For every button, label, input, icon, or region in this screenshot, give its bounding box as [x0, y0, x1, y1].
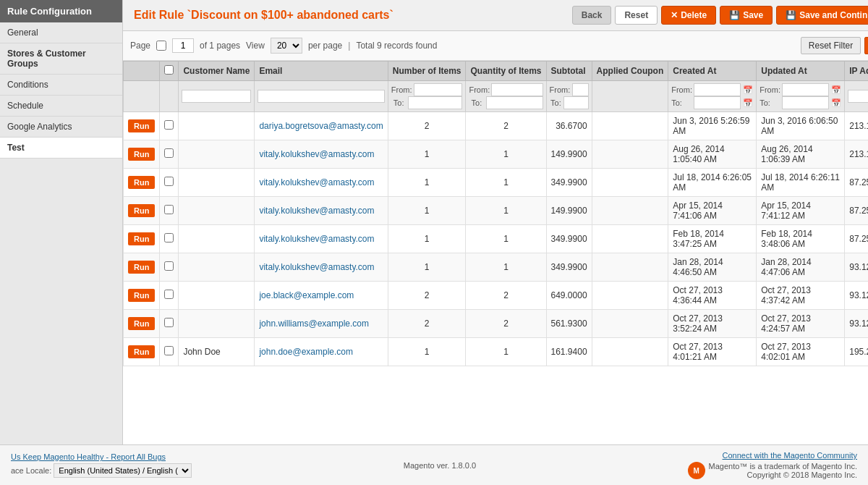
row-email: vitaly.kolukshev@amasty.com [255, 140, 388, 169]
filter-created-to-input[interactable] [694, 96, 741, 109]
filter-customer-name-input[interactable] [182, 90, 251, 103]
run-button[interactable]: Run [128, 289, 155, 302]
run-button[interactable]: Run [128, 232, 155, 245]
row-number-items: 2 [388, 310, 466, 338]
locale-select[interactable]: English (United States) / English ( [54, 463, 192, 478]
community-link[interactable]: Connect with the Magento Community [723, 451, 857, 460]
sidebar-item-test[interactable]: Test [0, 138, 122, 159]
row-ip-address: 93.125.18.184 [845, 310, 868, 338]
main-area: Rule Configuration General Stores & Cust… [0, 0, 868, 444]
email-link[interactable]: vitaly.kolukshev@amasty.com [259, 234, 374, 244]
email-link[interactable]: john.williams@example.com [259, 319, 369, 329]
row-email: vitaly.kolukshev@amasty.com [255, 225, 388, 253]
row-updated-at: Feb 18, 2014 3:48:06 AM [757, 225, 845, 253]
row-customer-name [179, 169, 255, 197]
email-link[interactable]: vitaly.kolukshev@amasty.com [259, 206, 374, 216]
page-checkbox[interactable] [156, 41, 166, 51]
row-subtotal: 349.9900 [546, 225, 592, 253]
run-button[interactable]: Run [128, 176, 155, 189]
row-checkbox[interactable] [164, 233, 174, 242]
page-title: Edit Rule `Discount on $100+ abandoned c… [134, 9, 393, 22]
filter-updated-to-label: To: [760, 98, 780, 107]
page-input[interactable] [172, 38, 194, 53]
row-applied-coupon [592, 253, 668, 282]
filter-email-input[interactable] [258, 90, 384, 103]
email-link[interactable]: vitaly.kolukshev@amasty.com [259, 149, 374, 159]
calendar-created-to-icon[interactable]: 📅 [743, 98, 753, 108]
calendar-updated-from-icon[interactable]: 📅 [831, 85, 841, 95]
run-button[interactable]: Run [128, 119, 155, 132]
row-email: john.doe@example.com [255, 338, 388, 366]
table-row: Run vitaly.kolukshev@amasty.com 1 1 349.… [124, 225, 869, 253]
filter-ip-input[interactable] [848, 90, 868, 103]
back-button[interactable]: Back [572, 6, 612, 25]
run-button[interactable]: Run [128, 317, 155, 330]
row-checkbox[interactable] [164, 205, 174, 214]
row-action-cell: Run [124, 338, 160, 366]
row-updated-at: Oct 27, 2013 4:37:42 AM [757, 282, 845, 310]
run-button[interactable]: Run [128, 345, 155, 358]
row-subtotal: 149.9900 [546, 197, 592, 225]
run-button[interactable]: Run [128, 261, 155, 274]
email-link[interactable]: john.doe@example.com [259, 347, 353, 357]
filter-updated-from-input[interactable] [782, 83, 829, 96]
sidebar-item-conditions[interactable]: Conditions [0, 75, 122, 96]
email-link[interactable]: vitaly.kolukshev@amasty.com [259, 177, 374, 187]
sidebar-item-stores-customer-groups[interactable]: Stores & Customer Groups [0, 43, 122, 75]
trademark-line: Magento™ is a trademark of Magento Inc. [709, 462, 857, 471]
col-header-created-at: Created At [668, 62, 757, 81]
filter-updated-to-input[interactable] [782, 96, 829, 109]
reset-button[interactable]: Reset [615, 6, 658, 25]
sidebar-item-schedule[interactable]: Schedule [0, 96, 122, 117]
row-checkbox[interactable] [164, 120, 174, 130]
row-checkbox[interactable] [164, 318, 174, 327]
row-number-items: 1 [388, 338, 466, 366]
calendar-updated-to-icon[interactable]: 📅 [831, 98, 841, 108]
table-row: Run dariya.bogretsova@amasty.com 2 2 36.… [124, 112, 869, 140]
row-created-at: Jul 18, 2014 6:26:05 AM [668, 169, 757, 197]
row-number-items: 1 [388, 225, 466, 253]
reset-filter-button[interactable]: Reset Filter [801, 37, 861, 54]
filter-items-from-input[interactable] [414, 83, 463, 96]
row-number-items: 2 [388, 282, 466, 310]
table-row: Run vitaly.kolukshev@amasty.com 1 1 149.… [124, 140, 869, 169]
filter-updated-from: From: 📅 [760, 83, 841, 96]
row-customer-name [179, 140, 255, 169]
row-checkbox[interactable] [164, 290, 174, 299]
filter-qty-from-label: From: [469, 85, 489, 94]
row-checkbox[interactable] [164, 261, 174, 271]
email-link[interactable]: vitaly.kolukshev@amasty.com [259, 262, 374, 272]
report-bugs-link[interactable]: Us Keep Magento Healthy - Report All Bug… [11, 452, 192, 461]
row-checkbox[interactable] [164, 346, 174, 355]
run-button[interactable]: Run [128, 148, 155, 161]
run-button[interactable]: Run [128, 204, 155, 217]
app-wrapper: Rule Configuration General Stores & Cust… [0, 0, 868, 485]
per-page-select[interactable]: 20 30 50 [271, 38, 302, 54]
search-button[interactable]: Search [864, 37, 868, 54]
save-continue-button[interactable]: 💾 Save and Continue Edit [776, 6, 868, 25]
row-quantity-items: 2 [466, 310, 546, 338]
row-checkbox[interactable] [164, 177, 174, 186]
save-button[interactable]: 💾 Save [720, 6, 773, 25]
filter-created-from-input[interactable] [694, 83, 741, 96]
filter-subtotal-from-label: From: [550, 85, 570, 94]
row-checkbox[interactable] [164, 148, 174, 158]
sidebar-item-google-analytics[interactable]: Google Analytics [0, 117, 122, 138]
email-link[interactable]: joe.black@example.com [259, 290, 354, 300]
filter-items-to-input[interactable] [408, 96, 462, 109]
filter-created-to: To: 📅 [671, 96, 753, 109]
filter-subtotal-to-input[interactable] [563, 96, 589, 109]
calendar-created-from-icon[interactable]: 📅 [743, 85, 753, 95]
content-header: Edit Rule `Discount on $100+ abandoned c… [123, 0, 868, 31]
filter-qty-to-input[interactable] [486, 96, 542, 109]
filter-qty-from-input[interactable] [491, 83, 542, 96]
email-link[interactable]: dariya.bogretsova@amasty.com [259, 121, 383, 131]
select-all-checkbox[interactable] [164, 65, 174, 75]
delete-button[interactable]: ✕ Delete [661, 6, 716, 25]
filter-checkbox [160, 81, 179, 112]
filter-created-to-label: To: [671, 98, 692, 107]
sidebar-item-general[interactable]: General [0, 22, 122, 43]
filter-subtotal-from-input[interactable] [572, 83, 589, 96]
copyright-line: Copyright © 2018 Magento Inc. [709, 471, 857, 479]
header-buttons: Back Reset ✕ Delete 💾 Save 💾 Save and Co… [572, 6, 868, 25]
